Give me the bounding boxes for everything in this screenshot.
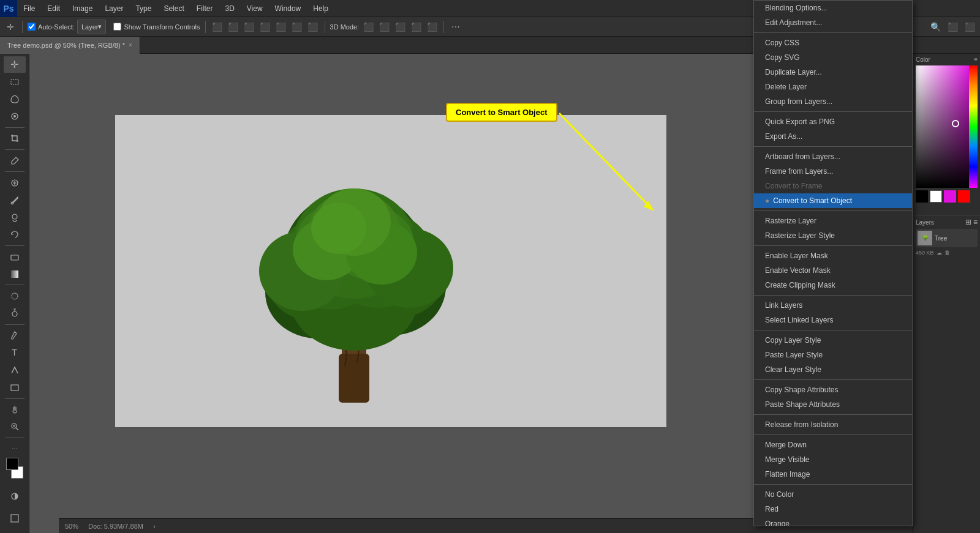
ctx-create-clipping-mask[interactable]: Create Clipping Mask [754, 278, 912, 293]
ctx-release-from-isolation[interactable]: Release from Isolation [754, 417, 912, 432]
ctx-copy-shape-attributes[interactable]: Copy Shape Attributes [754, 382, 912, 397]
ctx-convert-to-smart-object[interactable]: ●Convert to Smart Object [754, 193, 912, 208]
ctx-enable-layer-mask[interactable]: Enable Layer Mask [754, 248, 912, 263]
3d-mode-icon4[interactable]: ⬛ [409, 20, 423, 34]
trash-icon[interactable]: 🗑 [944, 250, 950, 256]
pen-btn[interactable] [4, 327, 26, 344]
type-btn[interactable]: T [4, 345, 26, 361]
ctx-frame-from-layers[interactable]: Frame from Layers... [754, 164, 912, 179]
align-right-icon[interactable]: ⬛ [243, 20, 256, 34]
ctx-merge-visible[interactable]: Merge Visible [754, 452, 912, 467]
menu-view[interactable]: View [241, 0, 269, 17]
move-tool-btn[interactable]: ✛ [4, 56, 26, 73]
dodge-btn[interactable] [4, 305, 26, 321]
ctx-paste-shape-attributes[interactable]: Paste Shape Attributes [754, 397, 912, 412]
arrow-btn[interactable]: › [153, 523, 156, 530]
show-transform-checkbox[interactable] [113, 23, 121, 31]
screen-mode-btn[interactable] [4, 509, 26, 528]
color-panel-toggle[interactable]: ≡ [974, 56, 978, 63]
path-sel-btn[interactable] [4, 362, 26, 378]
distribute-h-icon[interactable]: ⬛ [306, 20, 320, 34]
healing-btn[interactable] [4, 174, 26, 191]
move-tool-icon[interactable]: ✛ [4, 20, 17, 34]
ctx-delete-layer[interactable]: Delete Layer [754, 80, 912, 94]
color-picker-area[interactable] [916, 65, 978, 188]
ctx-merge-down[interactable]: Merge Down [754, 438, 912, 452]
workspace-icon[interactable]: ⬛ [946, 20, 959, 34]
black-swatch[interactable] [916, 190, 928, 203]
menu-select[interactable]: Select [157, 0, 190, 17]
ctx-artboard-from-layers[interactable]: Artboard from Layers... [754, 149, 912, 164]
align-center-h-icon[interactable]: ⬛ [227, 20, 240, 34]
menu-3d[interactable]: 3D [219, 0, 240, 17]
layer-dropdown[interactable]: Layer ▾ [77, 20, 107, 34]
ctx-copy-layer-style[interactable]: Copy Layer Style [754, 333, 912, 348]
history-btn[interactable] [4, 226, 26, 243]
ctx-duplicate-layer[interactable]: Duplicate Layer... [754, 65, 912, 80]
lasso-tool-btn[interactable] [4, 91, 26, 108]
align-bottom-icon[interactable]: ⬛ [290, 20, 304, 34]
ctx-copy-css[interactable]: Copy CSS [754, 35, 912, 50]
quick-mask-btn[interactable] [4, 486, 26, 506]
clone-btn[interactable] [4, 209, 26, 226]
ctx-orange[interactable]: Orange [754, 516, 912, 526]
quick-select-btn[interactable] [4, 108, 26, 125]
tab-close-btn[interactable]: × [129, 42, 132, 48]
ctx-flatten-image[interactable]: Flatten Image [754, 467, 912, 482]
menu-window[interactable]: Window [269, 0, 307, 17]
pink-swatch[interactable] [944, 190, 956, 203]
foreground-color-swatch[interactable] [6, 458, 18, 470]
eyedropper-btn[interactable] [4, 152, 26, 169]
crop-tool-btn[interactable] [4, 130, 26, 147]
shape-btn[interactable] [4, 379, 26, 395]
menu-layer[interactable]: Layer [99, 0, 129, 17]
gradient-btn[interactable] [4, 266, 26, 282]
zoom-btn[interactable] [4, 419, 26, 435]
red-swatch[interactable] [958, 190, 970, 203]
ctx-enable-vector-mask[interactable]: Enable Vector Mask [754, 263, 912, 278]
hand-btn[interactable] [4, 401, 26, 417]
3d-mode-icon2[interactable]: ⬛ [377, 20, 391, 34]
ctx-link-layers[interactable]: Link Layers [754, 298, 912, 313]
extra-tools-btn[interactable]: ⋯ [4, 441, 26, 457]
eraser-btn[interactable] [4, 248, 26, 265]
extra-options-icon[interactable]: ⋯ [449, 20, 462, 34]
ctx-select-linked-layers[interactable]: Select Linked Layers [754, 313, 912, 327]
menu-file[interactable]: File [17, 0, 41, 17]
align-center-v-icon[interactable]: ⬛ [274, 20, 288, 34]
ctx-blending-options[interactable]: Blending Options... [754, 1, 912, 15]
cloud-icon[interactable]: ☁ [937, 250, 942, 256]
blur-btn[interactable] [4, 288, 26, 304]
layer-item[interactable]: 🌳 Tree [916, 229, 978, 247]
white-swatch[interactable] [930, 190, 942, 203]
3d-mode-icon3[interactable]: ⬛ [393, 20, 407, 34]
ctx-quick-export[interactable]: Quick Export as PNG [754, 114, 912, 129]
menu-type[interactable]: Type [129, 0, 157, 17]
align-top-icon[interactable]: ⬛ [258, 20, 272, 34]
3d-mode-icon[interactable]: ⬛ [361, 20, 375, 34]
ctx-copy-svg[interactable]: Copy SVG [754, 50, 912, 65]
ctx-clear-layer-style[interactable]: Clear Layer Style [754, 362, 912, 377]
3d-mode-icon5[interactable]: ⬛ [425, 20, 439, 34]
brush-btn[interactable] [4, 192, 26, 208]
auto-select-checkbox[interactable] [28, 23, 36, 31]
menu-filter[interactable]: Filter [190, 0, 219, 17]
menu-edit[interactable]: Edit [41, 0, 66, 17]
ctx-paste-layer-style[interactable]: Paste Layer Style [754, 348, 912, 362]
auto-select-check[interactable]: Auto-Select: [28, 23, 75, 31]
layers-grid-view[interactable]: ⊞ [965, 218, 971, 226]
marquee-tool-btn[interactable] [4, 73, 26, 90]
ctx-edit-adjustment[interactable]: Edit Adjustment... [754, 15, 912, 30]
layers-list-view[interactable]: ≡ [973, 218, 978, 226]
menu-help[interactable]: Help [307, 0, 334, 17]
active-tab[interactable]: Tree demo.psd @ 50% (Tree, RGB/8) * × [0, 37, 140, 54]
ctx-export-as[interactable]: Export As... [754, 129, 912, 144]
search-icon[interactable]: 🔍 [929, 20, 942, 34]
align-left-icon[interactable]: ⬛ [211, 20, 224, 34]
ctx-rasterize-layer[interactable]: Rasterize Layer [754, 214, 912, 228]
ctx-no-color[interactable]: No Color [754, 487, 912, 502]
ctx-group-from-layers[interactable]: Group from Layers... [754, 94, 912, 109]
share-icon[interactable]: ⬛ [963, 20, 976, 34]
show-transform-check[interactable]: Show Transform Controls [113, 23, 200, 31]
menu-image[interactable]: Image [66, 0, 99, 17]
